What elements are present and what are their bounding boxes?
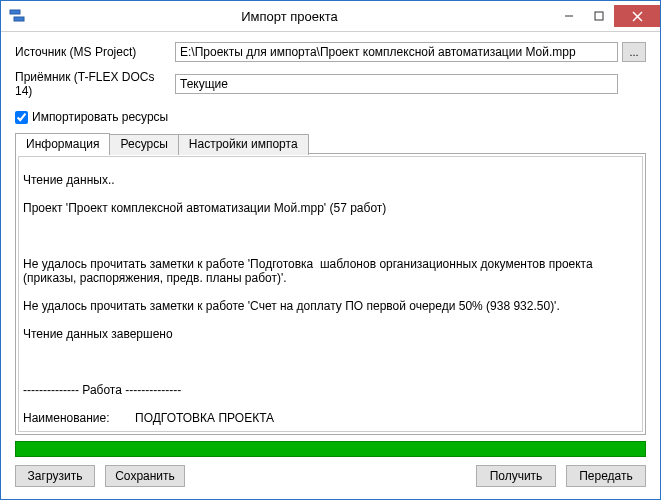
log-separator: -------------- Работа -------------- [23, 383, 638, 397]
import-project-window: Импорт проекта Источник (MS Project) ...… [0, 0, 661, 500]
browse-button[interactable]: ... [622, 42, 646, 62]
tabpane-information: Чтение данных.. Проект 'Проект комплексн… [15, 153, 646, 435]
source-input[interactable] [175, 42, 618, 62]
app-icon [9, 8, 25, 24]
log-line: Проект 'Проект комплексной автоматизации… [23, 201, 638, 215]
tabstrip: Информация Ресурсы Настройки импорта [15, 133, 646, 154]
import-resources-label: Импортировать ресурсы [32, 110, 168, 124]
tab-import-settings[interactable]: Настройки импорта [178, 134, 309, 155]
window-title: Импорт проекта [25, 9, 554, 24]
send-button[interactable]: Передать [566, 465, 646, 487]
maximize-button[interactable] [584, 5, 614, 27]
titlebar: Импорт проекта [1, 1, 660, 32]
target-row: Приёмник (T-FLEX DOCs 14) [15, 70, 646, 98]
save-button[interactable]: Сохранить [105, 465, 185, 487]
source-row: Источник (MS Project) ... [15, 42, 646, 62]
log-kv: Наименование:ПОДГОТОВКА ПРОЕКТА [23, 411, 638, 425]
log-line: Не удалось прочитать заметки к работе 'С… [23, 299, 638, 313]
import-resources-row[interactable]: Импортировать ресурсы [15, 110, 646, 124]
load-button[interactable]: Загрузить [15, 465, 95, 487]
log-line: Чтение данных.. [23, 173, 638, 187]
target-label: Приёмник (T-FLEX DOCs 14) [15, 70, 175, 98]
import-resources-checkbox[interactable] [15, 111, 28, 124]
target-input[interactable] [175, 74, 618, 94]
svg-rect-0 [10, 10, 20, 14]
import-log[interactable]: Чтение данных.. Проект 'Проект комплексн… [18, 156, 643, 432]
log-line: Чтение данных завершено [23, 327, 638, 341]
svg-rect-3 [595, 12, 603, 20]
svg-rect-1 [14, 17, 24, 21]
tab-resources[interactable]: Ресурсы [109, 134, 178, 155]
button-bar: Загрузить Сохранить Получить Передать [15, 465, 646, 487]
log-line [23, 229, 638, 243]
content-area: Источник (MS Project) ... Приёмник (T-FL… [1, 32, 660, 499]
source-label: Источник (MS Project) [15, 45, 175, 59]
minimize-button[interactable] [554, 5, 584, 27]
tab-information[interactable]: Информация [15, 133, 110, 154]
log-line [23, 355, 638, 369]
window-controls [554, 5, 660, 27]
log-line: Не удалось прочитать заметки к работе 'П… [23, 257, 638, 285]
get-button[interactable]: Получить [476, 465, 556, 487]
close-button[interactable] [614, 5, 660, 27]
progress-bar [15, 441, 646, 457]
